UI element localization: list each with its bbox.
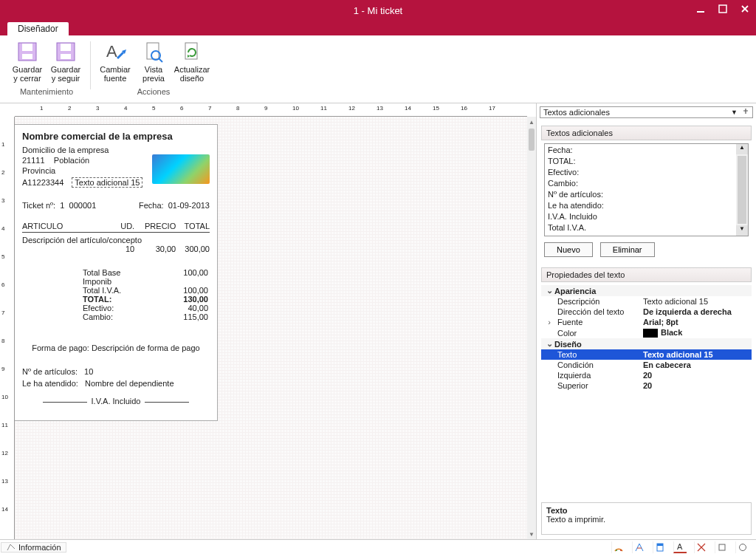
- list-item[interactable]: I.V.A. Incluido: [546, 211, 746, 222]
- measure-icon[interactable]: [632, 541, 645, 553]
- scroll-up-icon[interactable]: ▲: [736, 144, 748, 154]
- property-description: Texto Texto a imprimir.: [541, 502, 752, 535]
- list-item[interactable]: Nº de artículos:: [546, 189, 746, 200]
- ribbon: Guardar y cerrar Guardar y seguir Manten…: [0, 35, 756, 103]
- list-item[interactable]: Fecha:: [546, 145, 746, 156]
- company-name: Nombre comercial de la empresa: [22, 131, 210, 142]
- font-icon: A: [103, 40, 127, 64]
- title-bar: 1 - Mi ticket: [0, 0, 756, 21]
- maximize-button[interactable]: [712, 0, 734, 18]
- scroll-thumb[interactable]: [529, 129, 535, 151]
- textos-listbox[interactable]: Fecha:TOTAL:Efectivo:Cambio:Nº de artícu…: [544, 143, 749, 236]
- items-table: ARTICULO UD. PRECIO TOTAL Descripción de…: [22, 220, 210, 253]
- scissors-icon[interactable]: [694, 541, 707, 553]
- extra-text-15-field[interactable]: Texto adicional 15: [72, 177, 142, 188]
- svg-rect-4: [22, 44, 32, 51]
- scroll-thumb[interactable]: [738, 156, 746, 224]
- close-button[interactable]: [734, 0, 756, 18]
- save-close-button[interactable]: Guardar y cerrar: [9, 38, 46, 84]
- svg-rect-7: [61, 44, 71, 51]
- expand-icon[interactable]: ›: [544, 318, 554, 326]
- save-continue-label: Guardar y seguir: [49, 65, 83, 83]
- circle-icon[interactable]: [735, 541, 749, 553]
- new-button[interactable]: Nuevo: [544, 242, 593, 257]
- preview-icon: [142, 40, 165, 64]
- payment-method: Forma de pago: Descripción de forma de p…: [22, 343, 210, 352]
- window-title: 1 - Mi ticket: [0, 5, 756, 16]
- section-textos-title: Textos adicionales: [541, 126, 752, 140]
- text-underline-icon[interactable]: A: [673, 541, 687, 553]
- refresh-design-label: Actualizar diseño: [174, 65, 210, 83]
- ticket-preview[interactable]: Nombre comercial de la empresa Domicilio…: [15, 124, 218, 421]
- chevron-down-icon: ▼: [731, 109, 738, 116]
- refresh-icon: [180, 40, 204, 64]
- info-button[interactable]: Información: [1, 542, 66, 553]
- square-icon[interactable]: [715, 541, 728, 553]
- svg-point-13: [620, 550, 622, 551]
- svg-rect-17: [719, 544, 725, 550]
- svg-rect-3: [22, 54, 32, 59]
- svg-point-18: [739, 544, 746, 550]
- date-label: Fecha:: [139, 201, 164, 210]
- color-swatch: [643, 329, 658, 338]
- ruler-horizontal: [15, 103, 527, 117]
- preview-button[interactable]: Vista previa: [135, 38, 172, 84]
- svg-rect-15: [657, 544, 663, 546]
- preview-label: Vista previa: [137, 65, 171, 83]
- svg-text:A: A: [677, 542, 683, 551]
- change-font-button[interactable]: A Cambiar fuente: [97, 38, 134, 84]
- section-props-title: Propiedades del texto: [541, 267, 752, 282]
- refresh-design-button[interactable]: Actualizar diseño: [173, 38, 210, 84]
- design-canvas[interactable]: ▲ ▼ Nombre comercial de la empresa Domic…: [0, 103, 536, 539]
- ribbon-group-actions: A Cambiar fuente Vista previa Actualizar…: [92, 38, 215, 103]
- prop-row-texto[interactable]: TextoTexto adicional 15: [541, 349, 752, 360]
- svg-text:A: A: [106, 42, 117, 61]
- listbox-scrollbar[interactable]: ▲ ▼: [736, 144, 748, 236]
- ribbon-group-maintenance: Guardar y cerrar Guardar y seguir Manten…: [4, 38, 89, 103]
- list-item[interactable]: Efectivo:: [546, 167, 746, 178]
- info-icon: [6, 543, 16, 552]
- pane-dropdown[interactable]: Textos adicionales ▼: [540, 106, 753, 118]
- tab-designer[interactable]: Diseñador: [7, 22, 69, 35]
- save-close-label: Guardar y cerrar: [10, 65, 44, 83]
- svg-rect-0: [697, 11, 704, 13]
- delete-button[interactable]: Eliminar: [600, 242, 655, 257]
- totals-block: Total Base Imponib100,00 Total I.V.A.100…: [22, 268, 210, 321]
- property-grid[interactable]: ⌄Apariencia DescripciónTexto adicional 1…: [541, 285, 752, 391]
- ruler-vertical: [0, 117, 15, 539]
- canvas-scrollbar[interactable]: ▲ ▼: [527, 117, 536, 539]
- pin-icon[interactable]: [742, 109, 749, 116]
- workspace: ▲ ▼ Nombre comercial de la empresa Domic…: [0, 103, 756, 539]
- scroll-up-icon[interactable]: ▲: [527, 117, 536, 127]
- date-value: 01-09-2013: [168, 201, 210, 210]
- minimize-button[interactable]: [690, 0, 712, 18]
- list-item[interactable]: Le ha atendido:: [546, 200, 746, 211]
- scroll-down-icon[interactable]: ▼: [736, 225, 748, 236]
- svg-rect-6: [61, 54, 71, 59]
- ribbon-group-actions-label: Acciones: [97, 86, 210, 96]
- tab-strip: Diseñador: [0, 21, 756, 35]
- list-item[interactable]: TOTAL:: [546, 156, 746, 167]
- save-continue-icon: [54, 40, 78, 64]
- change-font-label: Cambiar fuente: [98, 65, 132, 83]
- list-item[interactable]: Total I.V.A.: [546, 222, 746, 233]
- list-item[interactable]: Cambio:: [546, 178, 746, 189]
- list-item[interactable]: Total Base Imponible: [546, 233, 746, 236]
- svg-point-12: [616, 550, 617, 551]
- zoom-icon[interactable]: [611, 541, 625, 553]
- collapse-icon[interactable]: ⌄: [544, 286, 554, 295]
- save-close-icon: [16, 40, 39, 64]
- company-cif: A11223344: [22, 178, 63, 187]
- iva-included: I.V.A. Incluido: [22, 397, 210, 406]
- statusbar-icons: A: [611, 541, 756, 553]
- svg-rect-1: [719, 5, 726, 13]
- collapse-icon[interactable]: ⌄: [544, 339, 554, 349]
- ribbon-group-maintenance-label: Mantenimiento: [9, 86, 84, 96]
- status-bar: Información A: [0, 539, 756, 554]
- company-logo-placeholder: [152, 154, 210, 184]
- properties-pane: Textos adicionales ▼ Textos adicionales …: [536, 103, 756, 539]
- page-icon[interactable]: [653, 541, 666, 553]
- save-continue-button[interactable]: Guardar y seguir: [47, 38, 84, 84]
- ticket-no-label: Ticket nº:: [22, 201, 55, 210]
- scroll-down-icon[interactable]: ▼: [527, 529, 536, 539]
